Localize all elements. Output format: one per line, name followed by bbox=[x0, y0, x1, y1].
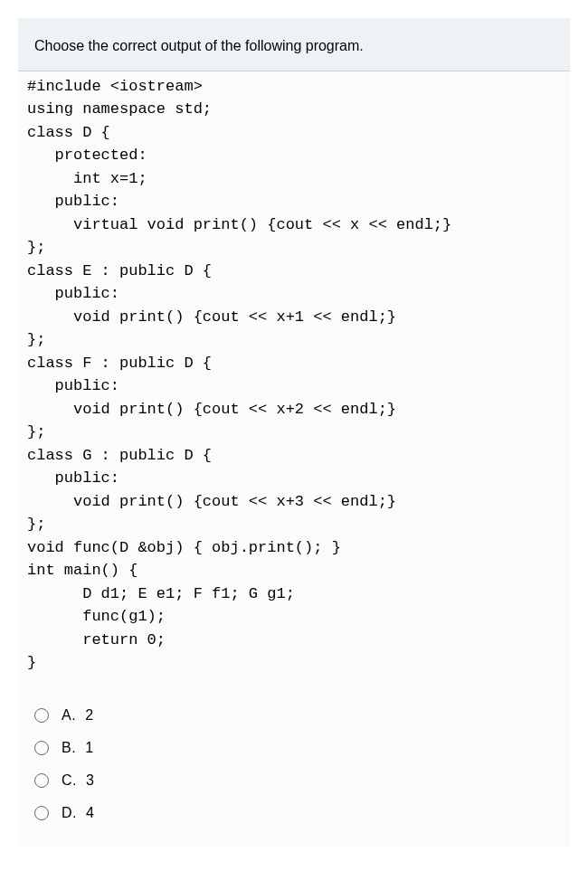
option-value: 2 bbox=[85, 707, 93, 724]
option-label: A. bbox=[62, 707, 76, 724]
option-c[interactable]: C. 3 bbox=[34, 772, 554, 789]
option-label: C. bbox=[62, 772, 77, 789]
option-d[interactable]: D. 4 bbox=[34, 805, 554, 821]
options-list: A. 2 B. 1 C. 3 D. 4 bbox=[18, 691, 570, 847]
radio-icon bbox=[34, 773, 49, 788]
radio-icon bbox=[34, 708, 49, 723]
radio-icon bbox=[34, 741, 49, 755]
option-b[interactable]: B. 1 bbox=[34, 740, 554, 756]
option-label: D. bbox=[62, 805, 77, 821]
option-value: 3 bbox=[86, 772, 94, 789]
option-a[interactable]: A. 2 bbox=[34, 707, 554, 724]
option-label: B. bbox=[62, 740, 76, 756]
code-block: #include <iostream> using namespace std;… bbox=[18, 71, 570, 691]
quiz-container: Choose the correct output of the followi… bbox=[18, 18, 570, 847]
question-prompt: Choose the correct output of the followi… bbox=[18, 18, 570, 71]
option-value: 4 bbox=[86, 805, 94, 821]
option-value: 1 bbox=[85, 740, 93, 756]
radio-icon bbox=[34, 806, 49, 820]
